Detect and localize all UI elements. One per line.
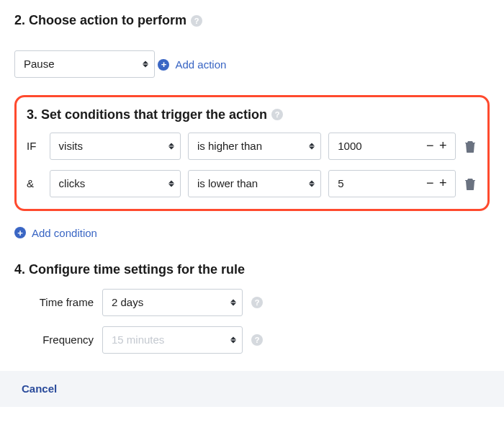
section-conditions: 3. Set conditions that trigger the actio… <box>14 95 490 211</box>
condition-value-input[interactable] <box>338 140 395 152</box>
condition-metric-value: visits <box>59 140 83 152</box>
add-condition-button[interactable]: + Add condition <box>14 223 97 243</box>
trash-icon <box>464 177 476 190</box>
chevron-up-down-icon <box>143 61 148 67</box>
chevron-up-down-icon <box>168 143 174 149</box>
add-condition-label: Add condition <box>32 227 97 239</box>
footer-bar: Cancel <box>0 371 504 407</box>
section4-heading-text: 4. Configure time settings for the rule <box>14 262 245 277</box>
frequency-row: Frequency 15 minutes ? <box>14 326 490 354</box>
section2-heading-text: 2. Choose action to perform <box>14 13 186 28</box>
condition-prefix-and: & <box>27 177 42 189</box>
condition-metric-select[interactable]: visits <box>50 133 181 160</box>
action-select[interactable]: Pause <box>14 50 155 78</box>
condition-operator-value: is lower than <box>197 177 258 189</box>
cancel-button[interactable]: Cancel <box>22 382 57 395</box>
condition-prefix-if: IF <box>27 140 42 152</box>
action-select-value: Pause <box>24 58 55 70</box>
section3-heading-text: 3. Set conditions that trigger the actio… <box>27 107 267 122</box>
chevron-up-down-icon <box>168 180 174 187</box>
condition-row: IF visits is higher than − + <box>27 133 477 160</box>
section-time-settings: 4. Configure time settings for the rule … <box>14 262 490 354</box>
chevron-up-down-icon <box>309 143 315 149</box>
chevron-up-down-icon <box>309 180 315 187</box>
frequency-select[interactable]: 15 minutes <box>102 326 243 354</box>
time-frame-value: 2 days <box>112 296 143 308</box>
add-action-button[interactable]: + Add action <box>158 54 226 75</box>
condition-operator-value: is higher than <box>197 140 262 152</box>
frequency-placeholder: 15 minutes <box>112 333 164 346</box>
minus-icon[interactable]: − <box>423 176 436 191</box>
condition-metric-select[interactable]: clicks <box>50 170 181 197</box>
condition-value-stepper[interactable]: − + <box>328 133 456 160</box>
time-frame-row: Time frame 2 days ? <box>14 289 490 316</box>
condition-metric-value: clicks <box>59 177 86 189</box>
section-choose-action: 2. Choose action to perform ? Pause + Ad… <box>14 13 490 78</box>
time-frame-select[interactable]: 2 days <box>102 289 243 316</box>
help-icon[interactable]: ? <box>271 109 283 120</box>
condition-value-stepper[interactable]: − + <box>328 170 456 197</box>
help-icon[interactable]: ? <box>251 297 263 308</box>
time-frame-label: Time frame <box>14 296 94 308</box>
delete-condition-button[interactable] <box>463 140 477 153</box>
help-icon[interactable]: ? <box>251 334 263 346</box>
plus-icon[interactable]: + <box>436 176 449 191</box>
condition-value-input[interactable] <box>338 177 395 189</box>
chevron-up-down-icon <box>230 299 236 305</box>
frequency-label: Frequency <box>14 333 94 346</box>
section4-heading: 4. Configure time settings for the rule <box>14 262 490 277</box>
minus-icon[interactable]: − <box>423 138 436 153</box>
section2-heading: 2. Choose action to perform ? <box>14 13 490 28</box>
add-action-label: Add action <box>175 58 226 71</box>
section3-heading: 3. Set conditions that trigger the actio… <box>27 107 477 122</box>
delete-condition-button[interactable] <box>463 177 477 190</box>
trash-icon <box>464 140 476 153</box>
condition-row: & clicks is lower than − + <box>27 170 477 197</box>
chevron-up-down-icon <box>230 336 236 343</box>
help-icon[interactable]: ? <box>191 15 202 27</box>
plus-circle-icon: + <box>158 59 169 71</box>
plus-icon[interactable]: + <box>436 138 449 153</box>
plus-circle-icon: + <box>14 227 26 238</box>
condition-operator-select[interactable]: is higher than <box>188 133 321 160</box>
condition-operator-select[interactable]: is lower than <box>188 170 321 197</box>
